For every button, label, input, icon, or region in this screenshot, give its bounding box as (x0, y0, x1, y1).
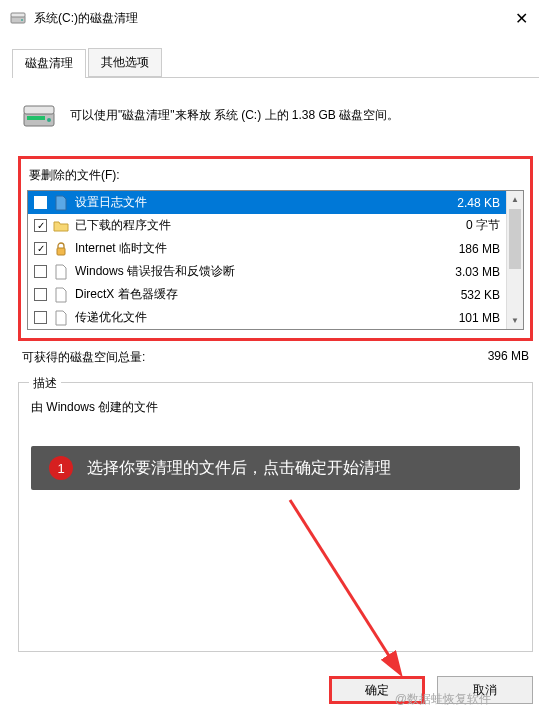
svg-rect-1 (11, 13, 25, 17)
checkbox[interactable] (34, 196, 47, 209)
file-size: 532 KB (461, 288, 500, 302)
file-name: DirectX 着色器缓存 (75, 286, 455, 303)
checkbox[interactable]: ✓ (34, 219, 47, 232)
total-value: 396 MB (488, 349, 529, 366)
svg-rect-4 (24, 106, 54, 114)
list-item[interactable]: Windows 错误报告和反馈诊断3.03 MB (28, 260, 506, 283)
callout-text: 选择你要清理的文件后，点击确定开始清理 (87, 458, 391, 479)
intro-text: 可以使用"磁盘清理"来释放 系统 (C:) 上的 1.38 GB 磁盘空间。 (70, 106, 399, 124)
file-size: 2.48 KB (457, 196, 500, 210)
filelist-highlight: 要删除的文件(F): 设置日志文件2.48 KB✓已下载的程序文件0 字节✓In… (18, 156, 533, 341)
file-size: 186 MB (459, 242, 500, 256)
svg-rect-7 (57, 248, 65, 255)
list-item[interactable]: ✓已下载的程序文件0 字节 (28, 214, 506, 237)
intro-row: 可以使用"磁盘清理"来释放 系统 (C:) 上的 1.38 GB 磁盘空间。 (18, 92, 533, 138)
filelist-listview[interactable]: 设置日志文件2.48 KB✓已下载的程序文件0 字节✓Internet 临时文件… (27, 190, 524, 330)
file-type-icon (53, 310, 69, 326)
file-size: 3.03 MB (455, 265, 500, 279)
file-type-icon (53, 195, 69, 211)
scroll-thumb[interactable] (509, 209, 521, 269)
checkbox[interactable]: ✓ (34, 242, 47, 255)
file-name: 设置日志文件 (75, 194, 451, 211)
disk-cleanup-icon (22, 98, 56, 132)
checkbox[interactable] (34, 265, 47, 278)
scroll-up-icon[interactable]: ▲ (507, 191, 523, 208)
filelist-label: 要删除的文件(F): (27, 167, 524, 184)
description-group: 描述 由 Windows 创建的文件 1 选择你要清理的文件后，点击确定开始清理 (18, 382, 533, 652)
scrollbar[interactable]: ▲ ▼ (506, 191, 523, 329)
drive-icon (10, 10, 26, 26)
tab-other-options[interactable]: 其他选项 (88, 48, 162, 77)
file-type-icon (53, 241, 69, 257)
svg-rect-5 (27, 116, 45, 120)
file-name: 传递优化文件 (75, 309, 453, 326)
description-group-label: 描述 (29, 375, 61, 392)
scroll-down-icon[interactable]: ▼ (507, 312, 523, 329)
file-size: 101 MB (459, 311, 500, 325)
instruction-callout: 1 选择你要清理的文件后，点击确定开始清理 (31, 446, 520, 490)
svg-point-2 (21, 19, 23, 21)
svg-point-6 (47, 118, 51, 122)
close-button[interactable]: ✕ (501, 4, 541, 32)
total-label: 可获得的磁盘空间总量: (22, 349, 145, 366)
list-item[interactable]: DirectX 着色器缓存532 KB (28, 283, 506, 306)
file-name: Internet 临时文件 (75, 240, 453, 257)
window-title: 系统(C:)的磁盘清理 (34, 10, 138, 27)
file-type-icon (53, 264, 69, 280)
tab-disk-cleanup[interactable]: 磁盘清理 (12, 49, 86, 78)
list-item[interactable]: 传递优化文件101 MB (28, 306, 506, 329)
watermark-text: @数据蛙恢复软件 (395, 691, 491, 708)
file-type-icon (53, 287, 69, 303)
list-item[interactable]: ✓Internet 临时文件186 MB (28, 237, 506, 260)
file-name: Windows 错误报告和反馈诊断 (75, 263, 449, 280)
titlebar: 系统(C:)的磁盘清理 ✕ (0, 0, 551, 36)
checkbox[interactable] (34, 311, 47, 324)
file-type-icon (53, 218, 69, 234)
total-row: 可获得的磁盘空间总量: 396 MB (18, 341, 533, 370)
tab-strip: 磁盘清理 其他选项 (12, 48, 539, 78)
tab-content: 可以使用"磁盘清理"来释放 系统 (C:) 上的 1.38 GB 磁盘空间。 要… (0, 78, 551, 666)
description-text: 由 Windows 创建的文件 (31, 399, 520, 416)
list-item[interactable]: 设置日志文件2.48 KB (28, 191, 506, 214)
checkbox[interactable] (34, 288, 47, 301)
callout-badge: 1 (49, 456, 73, 480)
file-size: 0 字节 (466, 217, 500, 234)
file-name: 已下载的程序文件 (75, 217, 460, 234)
